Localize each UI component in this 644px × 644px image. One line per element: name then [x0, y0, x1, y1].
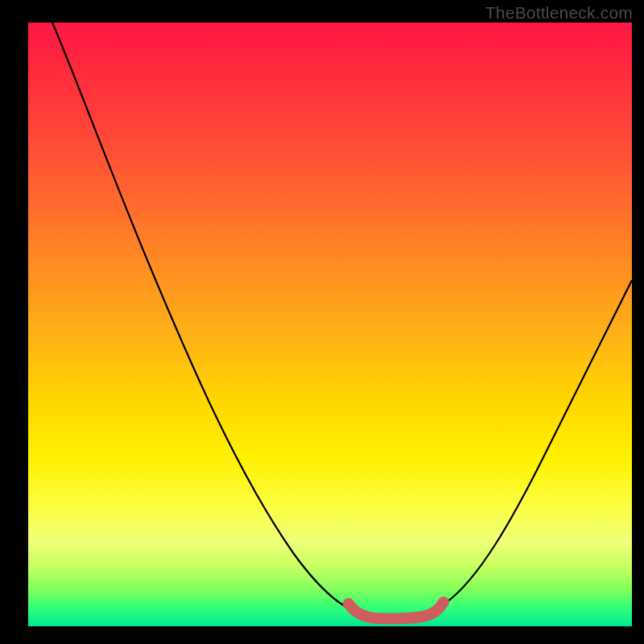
bottleneck-curve: [52, 23, 632, 617]
chart-frame: TheBottleneck.com: [0, 0, 644, 644]
chart-svg: [28, 23, 632, 626]
watermark-text: TheBottleneck.com: [485, 3, 633, 23]
optimal-band: [349, 602, 444, 619]
band-start-dot: [343, 598, 354, 609]
plot-area: [28, 23, 632, 626]
